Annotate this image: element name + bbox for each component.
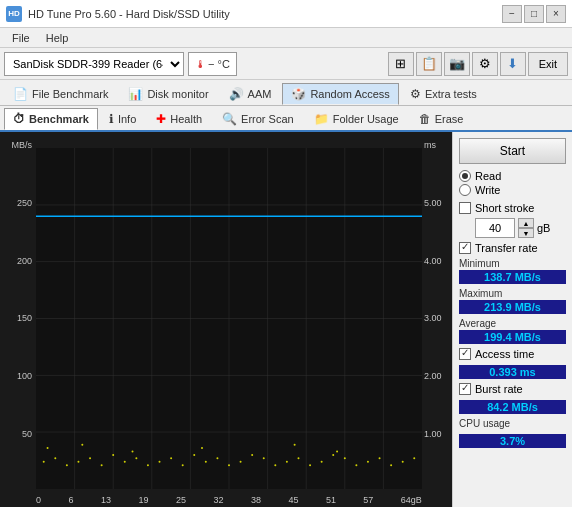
- toolbar-icon-5[interactable]: ⬇: [500, 52, 526, 76]
- checkbox-transfer-rate[interactable]: Transfer rate: [459, 242, 566, 254]
- svg-point-24: [135, 457, 137, 459]
- svg-point-48: [413, 457, 415, 459]
- svg-point-29: [193, 454, 195, 456]
- burst-rate-checkbox: [459, 383, 471, 395]
- minimize-button[interactable]: −: [502, 5, 522, 23]
- svg-point-22: [112, 454, 114, 456]
- transfer-rate-checkbox: [459, 242, 471, 254]
- tab-extra-tests-label: Extra tests: [425, 88, 477, 100]
- start-button[interactable]: Start: [459, 138, 566, 164]
- x-tick-13: 13: [101, 495, 111, 505]
- tab-file-benchmark-label: File Benchmark: [32, 88, 108, 100]
- tab-disk-monitor[interactable]: 📊 Disk monitor: [119, 83, 217, 105]
- maximum-label: Maximum: [459, 288, 566, 299]
- tab-erase[interactable]: 🗑 Erase: [410, 108, 473, 130]
- svg-point-42: [344, 457, 346, 459]
- short-stroke-label: Short stroke: [475, 202, 534, 214]
- stat-maximum: Maximum 213.9 MB/s: [459, 288, 566, 314]
- svg-point-44: [367, 461, 369, 463]
- benchmark-icon: ⏱: [13, 112, 25, 126]
- y-rtick-100: 1.00: [424, 429, 442, 439]
- tab-erase-label: Erase: [435, 113, 464, 125]
- radio-write[interactable]: Write: [459, 184, 566, 196]
- toolbar-icon-2[interactable]: 📋: [416, 52, 442, 76]
- svg-point-32: [228, 464, 230, 466]
- checkbox-access-time[interactable]: Access time: [459, 348, 566, 360]
- svg-point-52: [201, 447, 203, 449]
- tab-benchmark-label: Benchmark: [29, 113, 89, 125]
- svg-point-38: [297, 457, 299, 459]
- tab-folder-usage-label: Folder Usage: [333, 113, 399, 125]
- maximize-button[interactable]: □: [524, 5, 544, 23]
- tab-benchmark[interactable]: ⏱ Benchmark: [4, 108, 98, 130]
- y-tick-250: 250: [17, 198, 32, 208]
- radio-read[interactable]: Read: [459, 170, 566, 182]
- exit-button[interactable]: Exit: [528, 52, 568, 76]
- y-tick-150: 150: [17, 313, 32, 323]
- y-axis-left: MB/s 250 200 150 100 50: [0, 140, 36, 487]
- toolbar-icon-3[interactable]: 📷: [444, 52, 470, 76]
- access-time-value: 0.393 ms: [459, 365, 566, 379]
- main-content: MB/s 250 200 150 100 50 ms 5.00 4.00 3.0…: [0, 132, 572, 507]
- menu-help[interactable]: Help: [38, 31, 77, 45]
- svg-point-53: [294, 444, 296, 446]
- health-icon: ✚: [156, 112, 166, 126]
- svg-point-40: [321, 461, 323, 463]
- tab-error-scan-label: Error Scan: [241, 113, 294, 125]
- svg-point-23: [124, 461, 126, 463]
- y-tick-100: 100: [17, 371, 32, 381]
- right-panel: Start Read Write Short stroke ▲ ▼ gB: [452, 132, 572, 507]
- svg-point-18: [66, 464, 68, 466]
- stat-minimum: Minimum 138.7 MB/s: [459, 258, 566, 284]
- extra-tests-icon: ⚙: [410, 87, 421, 101]
- svg-point-30: [205, 461, 207, 463]
- stroke-input[interactable]: [475, 218, 515, 238]
- svg-point-35: [263, 457, 265, 459]
- y-label-mbs: MB/s: [11, 140, 32, 150]
- stroke-up-button[interactable]: ▲: [518, 218, 534, 228]
- tab-aam-label: AAM: [248, 88, 272, 100]
- nav-row-2: ⏱ Benchmark ℹ Info ✚ Health 🔍 Error Scan…: [0, 106, 572, 132]
- x-tick-32: 32: [213, 495, 223, 505]
- app-title: HD Tune Pro 5.60 - Hard Disk/SSD Utility: [28, 8, 230, 20]
- tab-info[interactable]: ℹ Info: [100, 108, 145, 130]
- x-tick-6: 6: [68, 495, 73, 505]
- tab-health[interactable]: ✚ Health: [147, 108, 211, 130]
- tab-random-access[interactable]: 🎲 Random Access: [282, 83, 398, 105]
- toolbar-icons: ⊞ 📋 📷 ⚙ ⬇ Exit: [388, 52, 568, 76]
- y-rtick-500: 5.00: [424, 198, 442, 208]
- checkbox-short-stroke[interactable]: Short stroke: [459, 202, 566, 214]
- tab-error-scan[interactable]: 🔍 Error Scan: [213, 108, 303, 130]
- stroke-row: ▲ ▼ gB: [475, 218, 566, 238]
- svg-point-45: [379, 457, 381, 459]
- y-axis-right: ms 5.00 4.00 3.00 2.00 1.00: [422, 140, 452, 487]
- x-tick-57: 57: [363, 495, 373, 505]
- tab-file-benchmark[interactable]: 📄 File Benchmark: [4, 83, 117, 105]
- stroke-spinner: ▲ ▼: [518, 218, 534, 238]
- svg-point-16: [43, 461, 45, 463]
- device-select[interactable]: SanDisk SDDR-399 Reader (64 gB): [4, 52, 184, 76]
- toolbar-icon-1[interactable]: ⊞: [388, 52, 414, 76]
- x-tick-64: 64gB: [401, 495, 422, 505]
- toolbar-icon-4[interactable]: ⚙: [472, 52, 498, 76]
- tab-folder-usage[interactable]: 📁 Folder Usage: [305, 108, 408, 130]
- title-bar-left: HD HD Tune Pro 5.60 - Hard Disk/SSD Util…: [6, 6, 230, 22]
- x-axis: 0 6 13 19 25 32 38 45 51 57 64gB: [36, 495, 422, 505]
- svg-point-20: [89, 457, 91, 459]
- svg-point-21: [101, 464, 103, 466]
- transfer-rate-label: Transfer rate: [475, 242, 538, 254]
- tab-info-label: Info: [118, 113, 136, 125]
- checkbox-burst-rate[interactable]: Burst rate: [459, 383, 566, 395]
- short-stroke-checkbox: [459, 202, 471, 214]
- svg-point-41: [332, 454, 334, 456]
- tab-aam[interactable]: 🔊 AAM: [220, 83, 281, 105]
- y-tick-50: 50: [22, 429, 32, 439]
- tab-extra-tests[interactable]: ⚙ Extra tests: [401, 83, 486, 105]
- tab-health-label: Health: [170, 113, 202, 125]
- stroke-down-button[interactable]: ▼: [518, 228, 534, 238]
- y-rtick-400: 4.00: [424, 256, 442, 266]
- radio-read-label: Read: [475, 170, 501, 182]
- svg-point-37: [286, 461, 288, 463]
- menu-file[interactable]: File: [4, 31, 38, 45]
- close-button[interactable]: ×: [546, 5, 566, 23]
